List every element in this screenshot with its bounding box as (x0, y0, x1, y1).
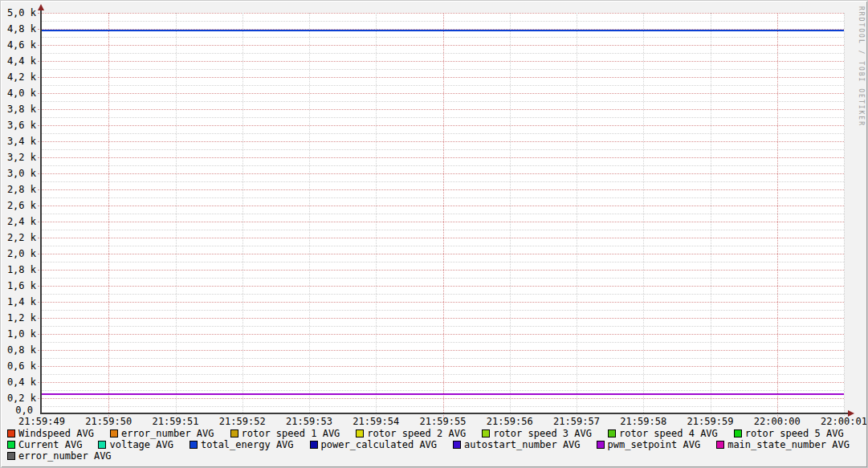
x-tick-label: 21:59:54 (348, 416, 404, 427)
legend-row: error_number AVG (7, 450, 866, 462)
y-tick-label: 0,2 k (1, 393, 36, 404)
major-h-gridline (38, 254, 844, 254)
legend-swatch-icon (734, 429, 742, 437)
plot-area (42, 13, 844, 414)
minor-h-gridline (41, 181, 844, 182)
legend-item: voltage AVG (98, 439, 173, 450)
series-line-pwm-setpoint-avg (42, 393, 844, 395)
x-tick-label: 21:59:55 (415, 416, 471, 427)
x-tick-label: 21:59:53 (281, 416, 337, 427)
y-tick-label: 0,4 k (1, 376, 36, 388)
y-tick-label: 0,8 k (1, 344, 36, 356)
minor-h-gridline (41, 326, 844, 327)
legend-item-label: rotor speed 4 AVG (619, 428, 718, 439)
y-tick-label: 2,6 k (1, 200, 36, 211)
legend-item-label: pwm_setpoint AVG (608, 439, 701, 450)
legend-item: pwm_setpoint AVG (597, 439, 701, 450)
y-tick-label: 4,8 k (1, 23, 36, 35)
x-axis-line (40, 413, 850, 414)
y-tick-label: 1,6 k (1, 280, 36, 291)
minor-v-gridline (577, 13, 577, 416)
legend-item: rotor speed 2 AVG (356, 428, 466, 439)
legend-swatch-icon (110, 429, 118, 437)
series-line-total-energy-avg (42, 30, 844, 31)
y-tick-label: 1,2 k (1, 312, 36, 324)
y-tick-label: 4,2 k (1, 71, 36, 83)
legend-item-label: error_number AVG (121, 428, 214, 439)
major-h-gridline (38, 109, 844, 110)
major-h-gridline (38, 45, 844, 46)
major-h-gridline (38, 334, 844, 335)
x-tick-label: 21:59:52 (214, 416, 271, 427)
legend-item: main_state_number AVG (716, 439, 850, 450)
y-tick-label: 2,0 k (1, 248, 36, 259)
major-v-gridline (443, 13, 444, 417)
minor-h-gridline (41, 246, 844, 246)
x-tick-label: 21:59:56 (482, 416, 538, 427)
major-h-gridline (38, 350, 844, 351)
major-h-gridline (38, 222, 844, 222)
y-tick-label: 3,2 k (1, 152, 36, 163)
legend-swatch-icon (98, 441, 106, 449)
minor-h-gridline (41, 69, 844, 70)
y-tick-label: 0,6 k (1, 360, 36, 372)
y-tick-label: 3,8 k (1, 104, 36, 115)
y-tick-label: 4,6 k (1, 39, 36, 51)
x-tick-label: 21:59:50 (80, 416, 137, 427)
minor-v-gridline (510, 13, 511, 416)
y-tick-label: 2,8 k (1, 184, 36, 195)
x-tick-label: 21:59:57 (548, 416, 605, 427)
legend-item: rotor speed 4 AVG (608, 428, 718, 439)
minor-v-gridline (376, 13, 377, 416)
legend-swatch-icon (189, 441, 198, 449)
legend-item: total_energy AVG (189, 439, 294, 450)
minor-h-gridline (41, 310, 844, 311)
legend-swatch-icon (230, 429, 238, 437)
y-axis-line (40, 7, 42, 414)
major-h-gridline (38, 382, 844, 383)
legend-swatch-icon (7, 429, 15, 437)
legend-swatch-icon (356, 429, 364, 437)
legend-item-label: Windspeed AVG (18, 428, 94, 439)
minor-h-gridline (41, 230, 844, 230)
y-tick-label: 5,0 k (1, 7, 36, 18)
legend-item: rotor speed 3 AVG (482, 428, 592, 439)
major-h-gridline (38, 77, 844, 78)
minor-v-gridline (844, 13, 845, 416)
y-tick-label: 1,8 k (1, 264, 36, 275)
legend-item-label: rotor speed 3 AVG (493, 428, 592, 439)
minor-v-gridline (242, 13, 243, 416)
minor-v-gridline (643, 13, 644, 416)
legend-swatch-icon (716, 441, 724, 449)
legend-item-label: rotor speed 1 AVG (242, 428, 340, 439)
y-tick-label: 4,0 k (1, 87, 36, 99)
legend-item-label: autostart_number AVG (464, 439, 581, 450)
minor-h-gridline (41, 53, 844, 54)
minor-h-gridline (41, 390, 844, 391)
major-h-gridline (38, 61, 844, 62)
y-tick-label: 3,0 k (1, 168, 36, 179)
legend-swatch-icon (482, 429, 490, 437)
legend-swatch-icon (608, 429, 616, 437)
y-tick-label: 3,6 k (1, 120, 36, 131)
minor-h-gridline (41, 101, 844, 102)
minor-h-gridline (41, 149, 844, 150)
minor-h-gridline (41, 294, 844, 295)
major-h-gridline (38, 206, 844, 206)
x-tick-label: 21:59:58 (615, 416, 671, 427)
y-tick-label: 2,2 k (1, 232, 36, 243)
major-h-gridline (38, 366, 844, 367)
watermark-text: RRDTOOL / TOBI OETIKER (858, 6, 865, 127)
major-h-gridline (38, 270, 844, 271)
major-h-gridline (38, 13, 844, 14)
minor-h-gridline (41, 262, 844, 262)
legend-item-label: main_state_number AVG (727, 439, 850, 450)
legend-item: rotor speed 1 AVG (230, 428, 340, 439)
major-v-gridline (108, 13, 109, 417)
minor-v-gridline (711, 13, 711, 416)
minor-h-gridline (41, 21, 844, 22)
y-tick-label: 1,0 k (1, 328, 36, 340)
major-h-gridline (38, 398, 844, 399)
y-tick-label: 1,4 k (1, 296, 36, 307)
major-h-gridline (38, 125, 844, 126)
